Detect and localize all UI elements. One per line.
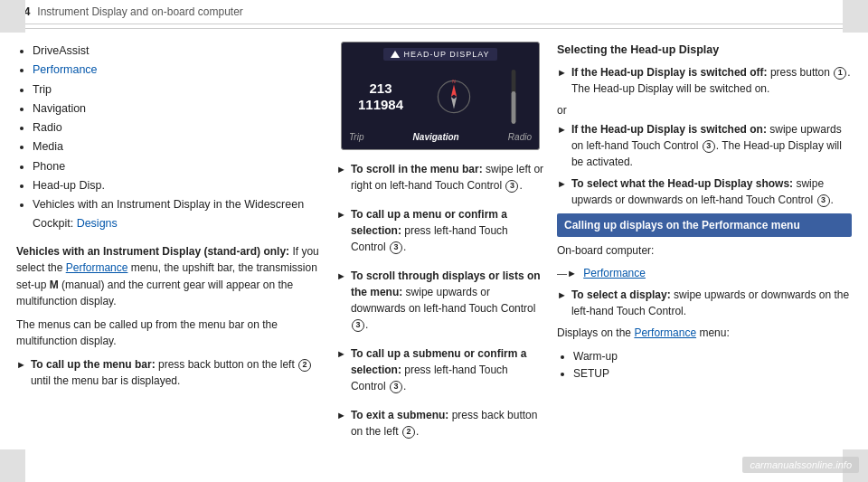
- list-item-warmup: Warm-up: [573, 348, 852, 365]
- body-text-1: Vehicles with an Instrument Display (sta…: [16, 243, 324, 310]
- menu-arrow-icon: —►: [557, 268, 577, 279]
- hud-compass: N: [436, 79, 472, 115]
- hud-trip: Trip: [349, 132, 363, 142]
- circle-3f: 3: [817, 194, 830, 207]
- performance-link[interactable]: Performance: [33, 63, 98, 76]
- designs-link[interactable]: Designs: [77, 217, 118, 230]
- arrow-icon-4: ►: [336, 346, 346, 362]
- middle-column: HEAD-UP DISPLAY 213 111984 N: [336, 42, 544, 473]
- hud-display-image: HEAD-UP DISPLAY 213 111984 N: [341, 42, 540, 150]
- hud-navigation: Navigation: [413, 132, 459, 142]
- circle-3d: 3: [390, 381, 402, 393]
- arrow-item-menubar: ► To call up the menu bar: press back bu…: [16, 356, 324, 389]
- list-item-performance: Performance: [33, 61, 324, 80]
- list-item-headup: Head-up Disp.: [33, 176, 324, 195]
- circle-2: 2: [298, 359, 311, 372]
- header-bar: 24 Instrument Display and on-board compu…: [0, 0, 868, 24]
- menu-item-performance: —► Performance: [557, 265, 852, 282]
- svg-rect-2: [512, 91, 516, 124]
- arrow-exit-submenu: ► To exit a submenu: press back button o…: [336, 407, 544, 439]
- compass-n-label: N: [452, 79, 456, 83]
- onboard-text: On-board computer:: [557, 242, 852, 260]
- arrow-select-display: ► To select a display: swipe upwards or …: [557, 287, 852, 319]
- arrow-icon-2: ►: [336, 207, 346, 222]
- driveassist-label: DriveAssist: [33, 44, 90, 57]
- list-item-widescreen: Vehicles with an Instrument Display in t…: [33, 195, 324, 234]
- arrow-icon-hud-off: ►: [557, 65, 567, 80]
- hud-radio: Radio: [508, 132, 532, 142]
- selecting-title: Selecting the Head-up Display: [557, 42, 852, 59]
- hud-bar: [505, 70, 523, 124]
- circle-3a: 3: [505, 180, 518, 193]
- section-box-performance: Calling up displays on the Performance m…: [557, 213, 852, 237]
- body-text-2: The menus can be called up from the menu…: [16, 317, 324, 350]
- main-content: DriveAssist Performance Trip Navigation …: [0, 33, 868, 482]
- list-item-media: Media: [33, 137, 324, 156]
- left-column: DriveAssist Performance Trip Navigation …: [16, 42, 324, 473]
- list-item-radio: Radio: [33, 118, 324, 137]
- arrow-icon-hud-on: ►: [557, 122, 567, 137]
- page-corner-bl: [0, 449, 25, 482]
- or-text: or: [557, 102, 852, 118]
- list-item-trip: Trip: [33, 80, 324, 99]
- list-item-setup: SETUP: [573, 365, 852, 383]
- circle-3e: 3: [703, 140, 715, 153]
- performance-link-2[interactable]: Performance: [66, 261, 128, 274]
- list-item-navigation: Navigation: [33, 99, 324, 118]
- circle-3b: 3: [390, 241, 402, 254]
- arrow-icon-5: ►: [336, 408, 346, 423]
- arrow-icon-3: ►: [336, 269, 346, 284]
- arrow-hud-on: ► If the Head-up Display is switched on:…: [557, 121, 852, 170]
- page-corner-tr: [843, 0, 868, 33]
- arrow-icon-1: ►: [336, 162, 346, 177]
- hud-numbers: 213 111984: [358, 80, 403, 113]
- arrow-right-icon: ►: [16, 357, 26, 373]
- arrow-call-submenu: ► To call up a submenu or confirm a sele…: [336, 345, 544, 394]
- list-item-driveassist: DriveAssist: [33, 42, 324, 61]
- circle-2b: 2: [402, 426, 415, 439]
- hud-center: 213 111984 N: [349, 61, 532, 132]
- circle-1a: 1: [834, 67, 846, 80]
- arrow-scroll-displays: ► To scroll through displays or lists on…: [336, 268, 544, 333]
- page-corner-tl: [0, 0, 25, 33]
- performance-menu-link[interactable]: Performance: [583, 267, 646, 279]
- arrow-hud-off: ► If the Head-up Display is switched off…: [557, 64, 852, 97]
- menu-bullet-list: DriveAssist Performance Trip Navigation …: [16, 42, 324, 234]
- performance-sub-list: Warm-up SETUP: [557, 348, 852, 383]
- compass-south: [451, 97, 457, 109]
- middle-arrow-instructions: ► To scroll in the menu bar: swipe left …: [336, 161, 544, 445]
- hud-bottom-row: Trip Navigation Radio: [349, 132, 532, 142]
- arrow-scroll-menu: ► To scroll in the menu bar: swipe left …: [336, 161, 544, 194]
- right-column: Selecting the Head-up Display ► If the H…: [557, 42, 852, 473]
- list-item-phone: Phone: [33, 157, 324, 176]
- compass-north: [451, 84, 457, 97]
- arrow-icon-select-display: ►: [557, 288, 567, 303]
- performance-link-3[interactable]: Performance: [634, 326, 696, 339]
- arrow-call-menu: ► To call up a menu or confirm a selecti…: [336, 206, 544, 255]
- arrow-icon-hud-select: ►: [557, 176, 567, 192]
- header-title: Instrument Display and on-board computer: [37, 5, 242, 18]
- watermark: carmanualssonline.info: [742, 457, 859, 473]
- displays-on-performance: Displays on the Performance menu:: [557, 325, 852, 342]
- circle-3c: 3: [352, 319, 364, 332]
- hud-triangle-icon: [391, 51, 400, 58]
- arrow-hud-select: ► To select what the Head-up Display sho…: [557, 175, 852, 208]
- hud-label-text: HEAD-UP DISPLAY: [403, 50, 489, 59]
- hud-label: HEAD-UP DISPLAY: [383, 48, 496, 61]
- header-divider: [0, 28, 868, 29]
